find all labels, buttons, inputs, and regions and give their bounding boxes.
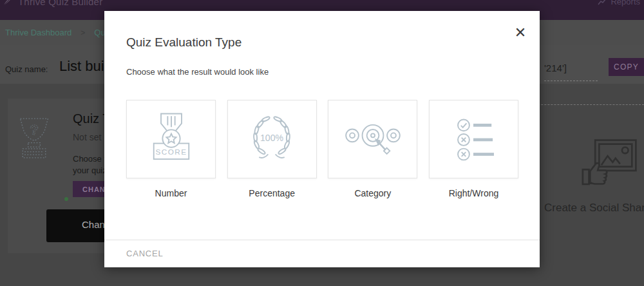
quiz-type-description-line2: your quiz.	[73, 166, 109, 175]
option-right-wrong: Right/Wrong	[429, 100, 518, 198]
create-social-share-cta[interactable]: Create a Social Shar	[544, 202, 644, 214]
app-title: Thrive Quiz Builder	[18, 0, 102, 7]
checklist-icon	[443, 109, 504, 169]
option-percentage: 100% Percentage	[227, 100, 317, 198]
dashed-divider	[528, 104, 644, 105]
option-number: SCORE Number	[126, 100, 216, 198]
targets-icon	[343, 109, 403, 169]
shortcode-field[interactable]: '214']	[544, 61, 598, 81]
option-number-card[interactable]: SCORE	[126, 100, 216, 178]
quiz-type-status: Not set	[73, 132, 101, 142]
reports-icon	[598, 0, 607, 6]
copy-shortcode-button[interactable]: COPY	[609, 58, 644, 76]
modal-title: Quiz Evaluation Type	[126, 35, 242, 50]
nav-reports-label: Reports	[611, 0, 640, 6]
option-category-card[interactable]	[328, 100, 417, 178]
evaluation-options: SCORE Number 100%	[126, 100, 518, 198]
score-badge-text: SCORE	[155, 148, 187, 156]
breadcrumb-separator: >	[80, 28, 85, 37]
trophy-placeholder-icon: ?	[16, 117, 52, 163]
option-right-wrong-label: Right/Wrong	[429, 188, 518, 198]
app-logo: Thrive Quiz Builder	[3, 0, 102, 7]
nav-reports[interactable]: Reports	[598, 0, 640, 6]
laurel-wreath-icon: 100%	[242, 109, 302, 169]
quiz-evaluation-type-modal: ✕ Quiz Evaluation Type Choose what the r…	[104, 11, 540, 267]
shortcode-text: '214']	[544, 61, 598, 73]
option-right-wrong-card[interactable]	[429, 100, 518, 178]
quiz-name-label: Quiz name:	[5, 64, 48, 74]
option-percentage-label: Percentage	[227, 188, 317, 198]
medal-score-icon: SCORE	[141, 109, 202, 169]
status-dot	[64, 197, 68, 201]
option-percentage-card[interactable]: 100%	[227, 100, 317, 178]
modal-subtitle: Choose what the result would look like	[126, 67, 269, 77]
svg-text:?: ?	[30, 122, 39, 138]
social-share-badge-icon	[582, 138, 638, 191]
close-icon[interactable]: ✕	[511, 24, 529, 42]
modal-footer: CANCEL	[104, 240, 540, 267]
percentage-badge-text: 100%	[260, 133, 284, 143]
option-category: Category	[328, 100, 417, 198]
breadcrumb-thrive-dashboard[interactable]: Thrive Dashboard	[5, 28, 71, 37]
cancel-button[interactable]: CANCEL	[126, 249, 164, 258]
quill-logo-icon	[3, 0, 14, 6]
option-category-label: Category	[328, 188, 417, 198]
option-number-label: Number	[126, 188, 216, 198]
